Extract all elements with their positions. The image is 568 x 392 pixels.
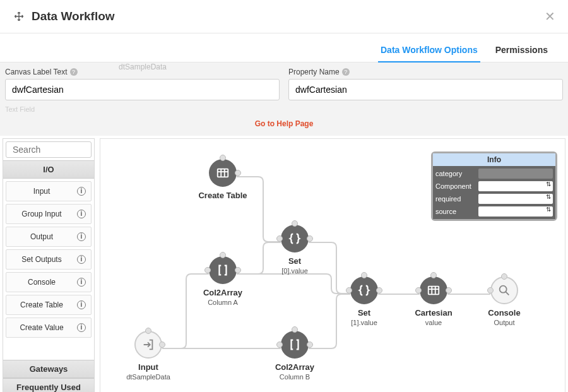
info-icon[interactable]: i: [77, 300, 86, 309]
node-console[interactable]: Console Output: [479, 276, 530, 326]
search-input-wrap[interactable]: [6, 141, 92, 158]
move-icon[interactable]: [14, 11, 24, 21]
node-label: Input: [123, 362, 174, 372]
brackets-icon: [288, 338, 302, 352]
braces-icon: [357, 283, 371, 297]
info-component-select[interactable]: [478, 181, 553, 191]
node-sublabel: [1].value: [339, 319, 389, 326]
help-icon[interactable]: ?: [342, 68, 350, 76]
help-page-link[interactable]: Go to Help Page: [5, 119, 563, 128]
node-create-table[interactable]: Create Table: [198, 159, 248, 200]
node-set-1[interactable]: Set [1].value: [339, 276, 389, 326]
property-name-input[interactable]: [288, 79, 563, 100]
tab-options[interactable]: Data Workflow Options: [378, 40, 480, 62]
node-label: Col2Array: [198, 288, 248, 297]
info-icon[interactable]: i: [77, 232, 86, 241]
canvas-label-input[interactable]: [5, 79, 280, 100]
node-label: Console: [479, 308, 530, 318]
form-area: dtSampleData Canvas Label Text ? Propert…: [0, 62, 568, 136]
node-sublabel: value: [408, 319, 459, 326]
category-frequently-used[interactable]: Frequently Used: [3, 378, 94, 392]
category-io[interactable]: I/O: [3, 160, 94, 179]
palette-item-input[interactable]: Inputi: [6, 181, 92, 201]
info-icon[interactable]: i: [77, 278, 86, 287]
table-icon: [216, 166, 230, 180]
info-icon[interactable]: i: [77, 255, 86, 264]
node-col2array-b[interactable]: Col2Array Column B: [269, 331, 320, 381]
info-panel-header: Info: [433, 153, 555, 166]
info-row-component: Component: [434, 180, 554, 193]
palette-item-group-input[interactable]: Group Inputi: [6, 204, 92, 224]
info-required-select[interactable]: [478, 194, 553, 204]
node-label: Cartesian: [408, 308, 459, 318]
palette-item-console[interactable]: Consolei: [6, 272, 92, 292]
property-name-label: Property Name ?: [288, 68, 563, 76]
node-sublabel: Output: [479, 319, 530, 326]
svg-rect-2: [429, 287, 439, 295]
info-row-source: source: [434, 205, 554, 218]
ghost-tab-label: dtSampleData: [119, 62, 167, 71]
page-title: Data Workflow: [32, 9, 542, 23]
node-col2array-a[interactable]: Col2Array Column A: [198, 256, 248, 306]
node-sublabel: Column A: [198, 299, 248, 306]
dialog-header: Data Workflow ✕: [0, 0, 568, 33]
palette-item-set-outputs[interactable]: Set Outputsi: [6, 249, 92, 270]
info-icon[interactable]: i: [77, 187, 86, 196]
text-field-label: Text Field: [5, 105, 563, 113]
info-icon[interactable]: i: [77, 323, 86, 332]
node-sublabel: dtSampleData: [123, 373, 174, 381]
palette-item-create-value[interactable]: Create Valuei: [6, 318, 92, 338]
close-icon[interactable]: ✕: [542, 6, 558, 27]
input-icon: [141, 338, 155, 352]
node-set-0[interactable]: Set [0].value: [269, 225, 320, 275]
info-row-category: category: [434, 167, 554, 180]
node-label: Col2Array: [269, 362, 320, 372]
tab-permissions[interactable]: Permissions: [493, 40, 550, 62]
node-sublabel: Column B: [269, 373, 320, 381]
info-source-select[interactable]: [478, 206, 553, 217]
table-icon: [427, 283, 441, 297]
node-label: Set: [269, 256, 320, 266]
palette-item-create-table[interactable]: Create Tablei: [6, 295, 92, 315]
tabs: Data Workflow Options Permissions: [0, 33, 568, 62]
magnifier-icon: [497, 283, 511, 297]
svg-rect-1: [218, 169, 228, 177]
category-gateways[interactable]: Gateways: [3, 360, 94, 378]
palette-item-output[interactable]: Outputi: [6, 227, 92, 247]
brackets-icon: [216, 263, 230, 277]
node-label: Set: [339, 308, 389, 318]
node-input[interactable]: Input dtSampleData: [123, 331, 174, 381]
palette: Inputi Group Inputi Outputi Set Outputsi…: [3, 179, 94, 360]
sidebar: I/O Inputi Group Inputi Outputi Set Outp…: [3, 138, 95, 392]
info-category-value: [478, 169, 553, 179]
canvas[interactable]: Create Table Col2Array Column A Input dt…: [100, 138, 565, 392]
node-cartesian[interactable]: Cartesian value: [408, 276, 459, 326]
node-sublabel: [0].value: [269, 267, 320, 275]
node-label: Create Table: [198, 191, 248, 200]
help-icon[interactable]: ?: [70, 68, 78, 76]
braces-icon: [288, 232, 302, 246]
info-icon[interactable]: i: [77, 210, 86, 218]
info-row-required: required: [434, 193, 554, 205]
info-panel[interactable]: Info category Component required source: [431, 151, 557, 221]
